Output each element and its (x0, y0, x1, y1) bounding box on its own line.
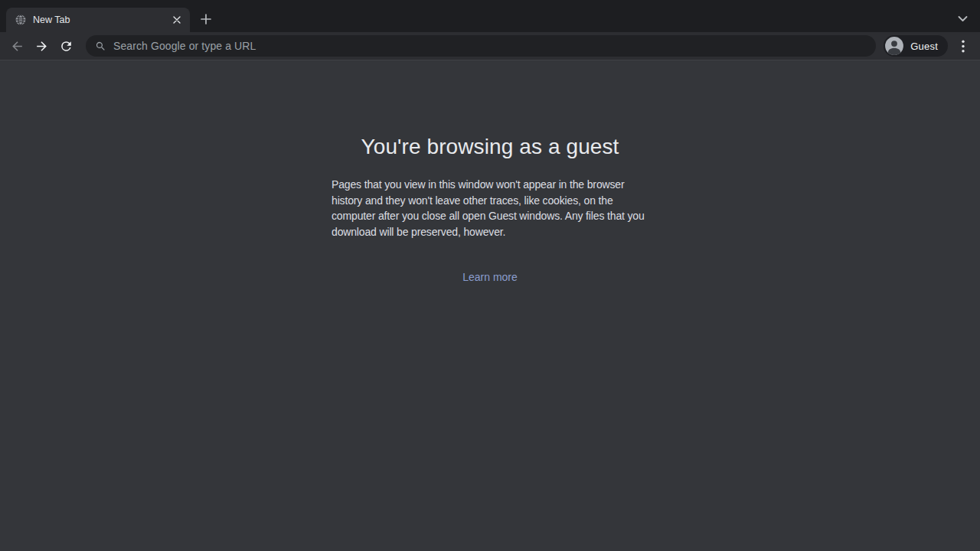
tab-search-button[interactable] (954, 11, 971, 27)
chevron-down-icon (958, 16, 968, 22)
guest-description-line: history and they won't leave other trace… (332, 193, 648, 209)
reload-icon (59, 39, 74, 54)
address-bar-placeholder: Search Google or type a URL (113, 40, 256, 52)
search-icon (95, 41, 106, 52)
forward-arrow-icon (34, 39, 49, 54)
address-bar[interactable]: Search Google or type a URL (86, 35, 876, 57)
guest-label: Guest (910, 41, 938, 52)
back-arrow-icon (10, 39, 24, 54)
guest-profile-button[interactable]: Guest (884, 35, 948, 57)
guest-description-line: download will be preserved, however. (332, 224, 648, 240)
guest-avatar-icon (884, 36, 904, 56)
learn-more-container: Learn more (0, 270, 980, 284)
back-button[interactable] (6, 35, 28, 57)
new-tab-button[interactable] (196, 9, 216, 29)
guest-description-line: Pages that you view in this window won't… (332, 177, 648, 193)
browser-toolbar: Search Google or type a URL Guest (0, 32, 980, 60)
forward-button[interactable] (31, 35, 52, 57)
three-dot-menu-icon (962, 40, 965, 53)
guest-description-line: computer after you close all open Guest … (332, 208, 648, 224)
close-icon[interactable] (170, 13, 184, 27)
guest-new-tab-page: You're browsing as a guest Pages that yo… (0, 60, 980, 551)
tab-title: New Tab (33, 15, 170, 25)
guest-description: Pages that you view in this window won't… (332, 177, 648, 240)
globe-icon (15, 15, 26, 25)
tab-new-tab[interactable]: New Tab (6, 8, 190, 32)
plus-icon (201, 14, 211, 24)
page-title: You're browsing as a guest (0, 60, 980, 160)
tab-strip: New Tab (0, 0, 980, 32)
browser-menu-button[interactable] (952, 35, 974, 57)
learn-more-link[interactable]: Learn more (462, 271, 518, 283)
reload-button[interactable] (55, 35, 77, 57)
